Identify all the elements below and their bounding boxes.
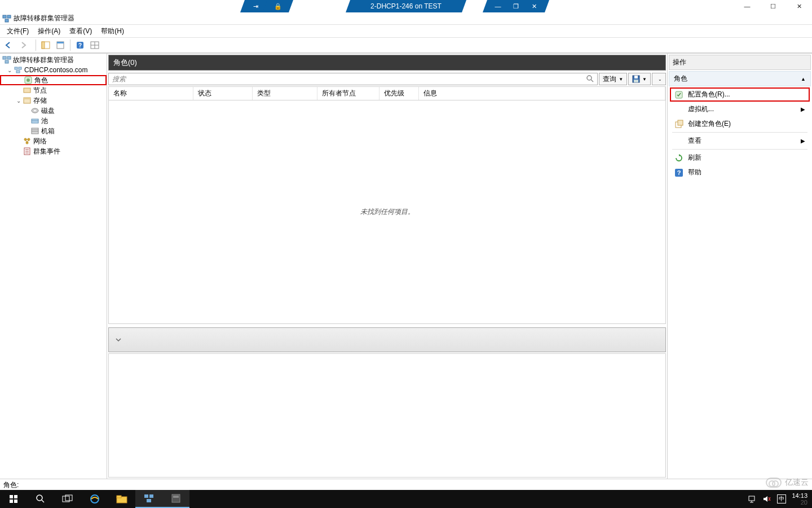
taskbar-explorer[interactable]: [108, 490, 135, 508]
menu-file[interactable]: 文件(F): [2, 25, 33, 37]
taskbar-server-manager[interactable]: [162, 490, 189, 508]
menu-view[interactable]: 查看(V): [65, 25, 96, 37]
vm-minimize-icon[interactable]: —: [492, 0, 504, 12]
svg-rect-47: [10, 495, 13, 498]
query-button[interactable]: 查询▼: [599, 73, 627, 85]
toolbar-separator: [36, 40, 36, 51]
tray-network-icon[interactable]: [748, 494, 757, 503]
tree-enclosures[interactable]: 机箱: [0, 126, 107, 136]
action-refresh[interactable]: 刷新: [670, 151, 810, 165]
outer-maximize-button[interactable]: ☐: [760, 0, 786, 12]
status-label: 角色:: [3, 481, 19, 489]
tray-ime[interactable]: 中: [777, 494, 786, 503]
col-owner[interactable]: 所有者节点: [317, 87, 379, 100]
actions-subtitle[interactable]: 角色 ▲: [669, 71, 811, 86]
svg-rect-63: [749, 496, 754, 501]
chevron-down-icon[interactable]: ⌄: [6, 67, 14, 73]
vm-close-icon[interactable]: ✕: [528, 0, 540, 12]
outer-close-button[interactable]: ✕: [786, 0, 812, 12]
svg-rect-62: [173, 496, 179, 498]
search-row: 搜索 查询▼ ▼ ⌄: [108, 73, 666, 85]
tree-pane[interactable]: 故障转移群集管理器 ⌄ CDHCP.contoso.com 角色 节点 ⌄ 存储…: [0, 54, 107, 479]
vm-restore-icon[interactable]: ❐: [510, 0, 522, 12]
layout-button[interactable]: [88, 38, 102, 52]
col-name[interactable]: 名称: [109, 87, 193, 100]
help-button[interactable]: ?: [73, 38, 87, 52]
col-priority[interactable]: 优先级: [379, 87, 419, 100]
nodes-icon: [23, 86, 32, 95]
outer-minimize-button[interactable]: —: [734, 0, 760, 12]
submenu-icon: ▶: [801, 138, 805, 144]
svg-point-19: [27, 78, 30, 82]
svg-rect-58: [144, 494, 148, 498]
tree-storage-label: 存储: [33, 96, 47, 106]
taskbar-cluster-manager[interactable]: [135, 490, 162, 508]
chevron-down-icon[interactable]: ⌄: [15, 98, 23, 104]
col-type[interactable]: 类型: [253, 87, 317, 100]
blank-icon: [674, 105, 683, 114]
svg-rect-41: [634, 80, 638, 82]
cluster-manager-icon: [2, 55, 11, 64]
search-placeholder: 搜索: [112, 75, 126, 84]
action-virtual-machine[interactable]: 虚拟机... ▶: [670, 102, 810, 116]
action-separator: [672, 149, 807, 150]
nav-forward-button[interactable]: [16, 38, 30, 52]
task-view-button[interactable]: [54, 490, 81, 508]
action-configure-role[interactable]: 配置角色(R)...: [670, 87, 810, 102]
tree-disks[interactable]: 磁盘: [0, 106, 107, 116]
tray-clock[interactable]: 14:13 20: [792, 492, 807, 506]
svg-text:?: ?: [78, 42, 82, 49]
svg-text:?: ?: [677, 169, 681, 176]
search-input[interactable]: 搜索: [108, 73, 598, 85]
tree-nodes[interactable]: 节点: [0, 85, 107, 95]
menu-help[interactable]: 帮助(H): [96, 25, 129, 37]
pool-icon: [30, 116, 39, 125]
search-icon[interactable]: [586, 75, 595, 84]
col-info[interactable]: 信息: [419, 87, 665, 100]
pin-icon[interactable]: ⇥: [249, 0, 262, 12]
nav-back-button[interactable]: [2, 38, 15, 52]
tree-cluster[interactable]: ⌄ CDHCP.contoso.com: [0, 65, 107, 75]
col-status[interactable]: 状态: [193, 87, 253, 100]
svg-point-24: [34, 110, 36, 112]
action-create-empty-role[interactable]: 创建空角色(E): [670, 117, 810, 131]
save-icon: [632, 75, 640, 83]
more-options-button[interactable]: ⌄: [652, 73, 666, 85]
svg-rect-17: [16, 71, 20, 73]
detail-bar[interactable]: [108, 327, 666, 352]
show-hide-tree-button[interactable]: [39, 38, 52, 52]
tree-networks[interactable]: 网络: [0, 136, 107, 146]
start-button[interactable]: [0, 490, 27, 508]
blank-icon: [674, 137, 683, 146]
roles-icon: [24, 76, 33, 85]
save-query-button[interactable]: ▼: [628, 73, 651, 85]
tree-storage[interactable]: ⌄ 存储: [0, 95, 107, 106]
tree-events-label: 群集事件: [33, 147, 60, 156]
collapse-icon[interactable]: ▲: [801, 76, 806, 82]
tray-time: 14:13: [792, 492, 807, 499]
tree-roles[interactable]: 角色: [0, 75, 107, 85]
chevron-down-icon: ⌄: [658, 77, 662, 82]
column-headers: 名称 状态 类型 所有者节点 优先级 信息: [108, 86, 666, 100]
properties-button[interactable]: [54, 38, 67, 52]
watermark: 亿速云: [766, 478, 809, 488]
svg-rect-1: [7, 15, 11, 18]
chevron-down-icon[interactable]: [114, 336, 122, 344]
center-header: 角色(0): [108, 55, 666, 71]
grid-body[interactable]: 未找到任何项目。: [108, 100, 666, 324]
tree-pools[interactable]: 池: [0, 116, 107, 126]
svg-line-38: [591, 80, 593, 82]
actions-pane: 操作 角色 ▲ 配置角色(R)... 虚拟机... ▶ 创建空角色(E) 查看 …: [668, 54, 812, 479]
taskbar: 中 14:13 20: [0, 490, 812, 508]
menu-action[interactable]: 操作(A): [33, 25, 65, 37]
lock-icon[interactable]: 🔒: [272, 0, 284, 12]
tray-volume-icon[interactable]: [762, 494, 771, 503]
action-view[interactable]: 查看 ▶: [670, 134, 810, 148]
tree-root[interactable]: 故障转移群集管理器: [0, 55, 107, 65]
submenu-icon: ▶: [801, 106, 805, 112]
help-icon: ?: [674, 168, 683, 177]
action-help[interactable]: ? 帮助: [670, 165, 810, 179]
tree-events[interactable]: 群集事件: [0, 146, 107, 156]
taskbar-ie[interactable]: [81, 490, 108, 508]
search-button[interactable]: [27, 490, 54, 508]
